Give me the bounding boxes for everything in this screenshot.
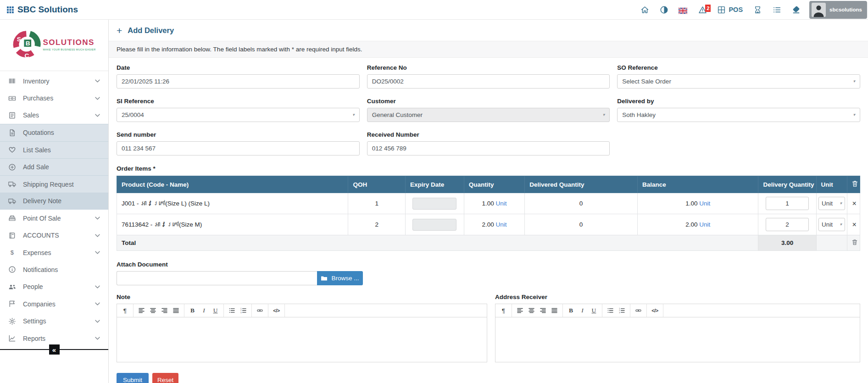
align-left-button[interactable] (514, 305, 526, 316)
italic-button[interactable]: I (198, 305, 210, 316)
si-reference-select[interactable]: 25/0004 ▾ (117, 108, 360, 122)
sidebar-item-purchases[interactable]: Purchases (0, 89, 108, 106)
sidebar-item-settings[interactable]: Settings (0, 312, 108, 329)
home-icon[interactable] (635, 0, 654, 19)
link-button[interactable] (633, 305, 644, 316)
paragraph-format-button[interactable]: ¶ (498, 305, 509, 316)
paragraph-format-button[interactable]: ¶ (119, 305, 131, 316)
received-number-input[interactable] (367, 141, 610, 155)
info-icon (8, 266, 16, 273)
unit-cell: Unit▾ (816, 193, 847, 214)
clear-items-icon[interactable] (852, 239, 857, 245)
browse-button[interactable]: Browse ... (317, 271, 363, 285)
bullet-list-button[interactable] (605, 305, 616, 316)
sidebar-item-notifications[interactable]: Notifications (0, 261, 108, 278)
delivered-quantity-cell: 0 (525, 214, 638, 235)
sidebar-item-people[interactable]: People (0, 278, 108, 295)
sidebar-item-sales[interactable]: Sales (0, 107, 108, 124)
theme-contrast-icon[interactable] (654, 0, 673, 19)
delivery-quantity-input[interactable] (766, 218, 809, 231)
date-label: Date (117, 64, 360, 71)
barcode-icon (8, 77, 16, 85)
qoh-cell: 2 (348, 214, 405, 235)
underline-button[interactable]: U (210, 305, 221, 316)
align-right-button[interactable] (537, 305, 549, 316)
caret-down-icon: ▾ (853, 79, 855, 83)
quantity-unit-link[interactable]: Unit (495, 200, 506, 207)
reference-no-input[interactable] (367, 74, 610, 89)
chevron-down-icon (95, 97, 100, 100)
align-justify-button[interactable] (549, 305, 560, 316)
attach-file-input[interactable] (117, 271, 317, 285)
gear-icon (8, 317, 16, 325)
sidebar-item-add-sale[interactable]: Add Sale (0, 158, 108, 175)
customer-label: Customer (367, 98, 610, 105)
unit-select[interactable]: Unit▾ (818, 197, 845, 210)
sidebar-item-shipping-request[interactable]: Shipping Request (0, 175, 108, 192)
list-menu-icon[interactable] (767, 0, 786, 19)
sidebar-item-point-of-sale[interactable]: Point Of Sale (0, 210, 108, 227)
pos-link[interactable]: POS (712, 0, 748, 19)
balance-unit-link[interactable]: Unit (699, 221, 710, 228)
align-justify-button[interactable] (170, 305, 182, 316)
numbered-list-button[interactable]: 123 (238, 305, 249, 316)
user-menu[interactable]: sbcsolutions (809, 1, 867, 19)
numbered-list-button[interactable]: 123 (616, 305, 628, 316)
address-receiver-section: Address Receiver ¶BIU123</> (495, 294, 860, 362)
sidebar-item-label: Notifications (23, 266, 58, 273)
language-flag-icon[interactable] (673, 0, 693, 19)
bold-button[interactable]: B (187, 305, 198, 316)
expiry-date-input (412, 219, 456, 231)
delivery-quantity-input[interactable] (766, 197, 809, 210)
quantity-unit-link[interactable]: Unit (495, 221, 506, 228)
unit-select[interactable]: Unit▾ (818, 218, 845, 231)
note-editor-body[interactable] (117, 317, 487, 362)
main-content: + Add Delivery Please fill in the inform… (109, 20, 868, 383)
unit-cell: Unit▾ (816, 214, 847, 235)
sidebar-item-expenses[interactable]: $Expenses (0, 244, 108, 261)
submit-button[interactable]: Submit (117, 373, 149, 383)
bold-button[interactable]: B (565, 305, 577, 316)
collapse-icon[interactable]: « (49, 344, 60, 355)
bullet-list-button[interactable] (226, 305, 238, 316)
underline-button[interactable]: U (588, 305, 600, 316)
code-view-button[interactable]: </> (271, 305, 282, 316)
align-center-button[interactable] (147, 305, 159, 316)
align-right-button[interactable] (159, 305, 170, 316)
delivered-by-select[interactable]: Soth Hakley ▾ (617, 108, 860, 122)
order-item-row: 76113642 - អាវក្រៅ(Size M)22.00 Unit02.0… (117, 214, 860, 235)
sidebar-item-accounts[interactable]: ACCOUNTS (0, 227, 108, 244)
sidebar-item-label: Expenses (23, 249, 51, 256)
sidebar-item-delivery-note[interactable]: Delivery Note (0, 193, 108, 210)
so-reference-select[interactable]: Select Sale Order ▾ (617, 74, 860, 89)
send-number-input[interactable] (117, 141, 360, 155)
italic-button[interactable]: I (577, 305, 588, 316)
align-center-button[interactable] (526, 305, 537, 316)
code-view-button[interactable]: </> (649, 305, 661, 316)
sidebar-item-label: Inventory (23, 78, 50, 85)
logo-tagline: MAKE YOUR BUSINESS MUCH EASIER (43, 48, 96, 50)
delivery-quantity-cell (758, 193, 816, 214)
balance-unit-link[interactable]: Unit (699, 200, 710, 207)
sidebar-item-companies[interactable]: Companies (0, 295, 108, 312)
date-input[interactable] (117, 74, 360, 89)
sidebar-item-quotations[interactable]: Quotations (0, 124, 108, 141)
address-editor-body[interactable] (495, 317, 860, 362)
reset-button[interactable]: Reset (152, 373, 178, 383)
page-header: + Add Delivery (109, 20, 868, 41)
app-brand[interactable]: SBC Solutions (6, 5, 78, 15)
clear-cache-icon[interactable] (786, 0, 806, 19)
hourglass-icon[interactable] (748, 0, 767, 19)
sidebar-item-label: List Sales (23, 146, 51, 154)
remove-row-button[interactable]: × (852, 200, 856, 207)
plus-circle-icon (8, 163, 16, 171)
quantity-cell: 2.00 Unit (464, 214, 525, 235)
sidebar-item-inventory[interactable]: Inventory (0, 72, 108, 89)
remove-row-button[interactable]: × (852, 221, 856, 228)
sidebar-collapse[interactable]: « (0, 349, 108, 355)
link-button[interactable] (254, 305, 266, 316)
align-left-button[interactable] (136, 305, 147, 316)
alerts-button[interactable]: 2 (693, 0, 712, 19)
product-cell: 76113642 - អាវក្រៅ(Size M) (117, 214, 348, 235)
sidebar-item-list-sales[interactable]: List Sales (0, 141, 108, 158)
